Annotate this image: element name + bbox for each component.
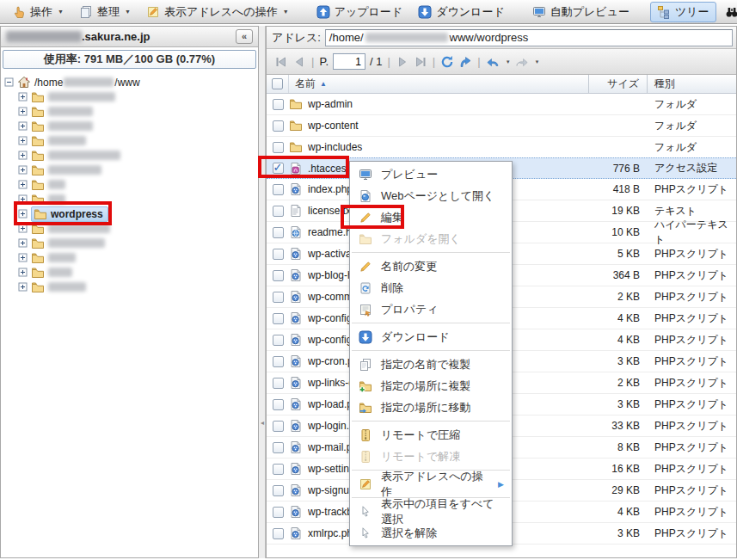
tree-item-blurred[interactable] (4, 280, 256, 294)
row-checkbox[interactable] (273, 184, 284, 195)
collapse-sidebar-button[interactable]: « (236, 29, 253, 44)
column-header-size[interactable]: サイズ (589, 75, 648, 93)
toolbar-button-address-operations[interactable]: 表示アドレスへの操作▼ (139, 2, 296, 22)
expand-expander-icon[interactable] (18, 268, 28, 277)
tree-item-blurred[interactable] (4, 104, 256, 119)
context-menu-item-remote-compress[interactable]: リモートで圧縮 (350, 424, 512, 446)
up-directory-button[interactable] (458, 55, 472, 69)
context-menu-item-edit[interactable]: 編集 (350, 206, 512, 228)
forward-dropdown-caret[interactable]: ▼ (535, 59, 540, 65)
row-checkbox[interactable] (273, 507, 284, 518)
context-menu-item-duplicate-with-name[interactable]: 指定の名前で複製 (350, 354, 512, 375)
context-menu-item-address-operations[interactable]: 表示アドレスへの操作▶ (350, 473, 512, 495)
row-checkbox[interactable] (273, 163, 284, 174)
expand-expander-icon[interactable] (18, 282, 28, 292)
expand-expander-icon[interactable] (18, 253, 28, 262)
toolbar-button-operations[interactable]: 操作▼ (5, 2, 71, 22)
row-checkbox[interactable] (273, 270, 284, 281)
address-input[interactable]: /home/ www/wordpress (325, 29, 733, 46)
row-checkbox[interactable] (273, 142, 284, 153)
context-menu-item-select-all-visible[interactable]: 表示中の項目をすべて選択 (350, 501, 512, 522)
next-page-button[interactable] (396, 55, 409, 69)
zip-icon (358, 428, 373, 442)
row-checkbox[interactable] (273, 99, 284, 110)
expand-expander-icon[interactable] (18, 151, 28, 160)
file-php-icon (289, 354, 303, 368)
tree-item-wordpress[interactable]: wordpress (4, 206, 256, 221)
first-page-button[interactable] (274, 55, 288, 69)
icon-cell (289, 243, 308, 264)
tree-item-blurred[interactable] (4, 148, 256, 163)
row-checkbox[interactable] (273, 227, 284, 238)
context-menu-item-rename[interactable]: 名前の変更 (350, 255, 512, 277)
panel-splitter[interactable]: ◂ (259, 26, 266, 558)
tree-item-blurred[interactable] (4, 265, 256, 280)
toolbar-button-auto-preview[interactable]: 自動プレビュー (525, 2, 636, 22)
refresh-button[interactable] (440, 55, 454, 69)
back-button[interactable] (486, 55, 500, 69)
row-checkbox[interactable] (273, 249, 284, 260)
row-checkbox[interactable] (273, 313, 284, 324)
expand-expander-icon[interactable] (18, 92, 28, 102)
context-menu-item-download[interactable]: ダウンロード (350, 326, 512, 348)
row-checkbox[interactable] (273, 378, 284, 389)
toolbar-button-search[interactable]: 検索 (718, 2, 737, 22)
tree-item-blurred[interactable] (4, 221, 256, 236)
file-row-wp-content[interactable]: wp-contentフォルダ (267, 115, 736, 137)
page-number-input[interactable] (333, 53, 365, 70)
toolbar-button-organize[interactable]: 整理▼ (72, 2, 138, 22)
toolbar-button-download[interactable]: ダウンロード (411, 2, 512, 22)
toolbar-button-tree[interactable]: ツリー (650, 2, 716, 22)
row-checkbox[interactable] (273, 485, 284, 496)
tree-item-blurred[interactable] (4, 236, 256, 250)
column-header-name[interactable]: 名前 ▲ (289, 75, 589, 93)
expand-expander-icon[interactable] (18, 209, 28, 218)
row-checkbox[interactable] (273, 442, 284, 453)
row-checkbox[interactable] (273, 421, 284, 432)
tree-item-blurred[interactable] (4, 177, 256, 192)
expand-expander-icon[interactable] (18, 107, 28, 116)
row-checkbox[interactable] (273, 206, 284, 217)
expand-expander-icon[interactable] (18, 165, 28, 175)
splitter-collapse-icon[interactable]: ◂ (259, 417, 266, 429)
context-menu-item-preview[interactable]: プレビュー (350, 163, 512, 185)
tree-item-blurred[interactable] (4, 250, 256, 265)
row-checkbox[interactable] (273, 335, 284, 346)
file-size: 3 KB (589, 351, 648, 372)
expand-expander-icon[interactable] (18, 194, 28, 204)
last-page-button[interactable] (414, 55, 427, 69)
context-menu-item-copy-to-location[interactable]: 指定の場所に複製 (350, 375, 512, 397)
context-menu-item-delete[interactable]: 削除 (350, 277, 512, 298)
column-header-type[interactable]: 種別 (648, 75, 736, 93)
file-row-wp-includes[interactable]: wp-includesフォルダ (267, 137, 736, 158)
expand-expander-icon[interactable] (18, 224, 28, 233)
tree-item-blurred[interactable] (4, 192, 256, 206)
collapse-expander-icon[interactable] (4, 77, 14, 87)
tree-item-blurred[interactable] (4, 89, 256, 104)
menu-item-label: 表示中の項目をすべて選択 (381, 496, 504, 527)
prev-page-button[interactable] (292, 55, 306, 69)
context-menu-item-move-to-location[interactable]: 指定の場所に移動 (350, 397, 512, 418)
tree-item-root[interactable]: /home/www (4, 75, 256, 89)
back-dropdown-caret[interactable]: ▼ (506, 59, 511, 65)
row-checkbox[interactable] (273, 399, 284, 410)
file-row-wp-admin[interactable]: wp-adminフォルダ (267, 94, 736, 115)
tree-item-blurred[interactable] (4, 133, 256, 148)
expand-expander-icon[interactable] (18, 238, 28, 248)
file-size: 364 B (589, 265, 648, 286)
row-checkbox[interactable] (273, 120, 284, 132)
tree-item-blurred[interactable] (4, 119, 256, 133)
row-checkbox[interactable] (273, 292, 284, 303)
select-all-checkbox[interactable] (272, 78, 283, 89)
context-menu-item-properties[interactable]: プロパティ (350, 298, 512, 320)
row-checkbox[interactable] (273, 464, 284, 475)
forward-button[interactable] (515, 55, 529, 69)
context-menu-item-open-as-webpage[interactable]: Webページとして開く (350, 185, 512, 206)
expand-expander-icon[interactable] (18, 121, 28, 131)
row-checkbox[interactable] (273, 356, 284, 367)
row-checkbox[interactable] (273, 528, 284, 539)
expand-expander-icon[interactable] (18, 136, 28, 145)
toolbar-button-upload[interactable]: アップロード (310, 2, 410, 22)
tree-item-blurred[interactable] (4, 163, 256, 177)
expand-expander-icon[interactable] (18, 180, 28, 189)
